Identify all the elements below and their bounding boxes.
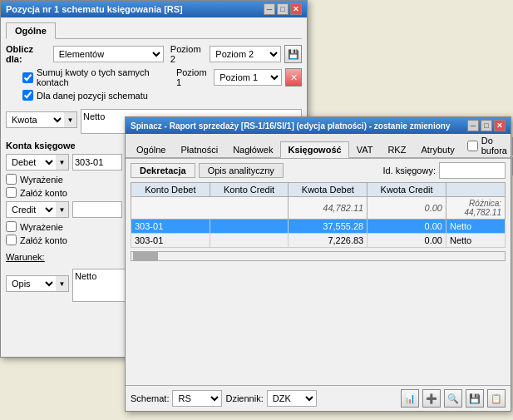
- id-ksiegowy-input[interactable]: [439, 162, 506, 179]
- sub-tabs: Dekretacja Opis analityczny: [131, 163, 285, 178]
- save-icon-btn[interactable]: 💾: [284, 45, 302, 63]
- checkbox-dla: Dla danej pozycji schematu: [22, 90, 302, 101]
- schemat-select[interactable]: RS: [172, 390, 222, 407]
- debet-wyrazenie-checkbox[interactable]: [6, 174, 17, 185]
- front-title-buttons: ─ □ ✕: [467, 120, 506, 131]
- back-window-title: Pozycja nr 1 schematu księgowania [RS]: [6, 4, 183, 14]
- col-extra: [446, 183, 505, 197]
- cell-konto-debet-1: 303-01: [131, 220, 210, 234]
- cell-konto-debet-2: 303-01: [131, 234, 210, 248]
- cell-konto-credit-1: [210, 220, 289, 234]
- tab-ogolne[interactable]: Ogólne: [6, 22, 56, 39]
- debet-dropdown-group: Debet ▼: [6, 154, 69, 170]
- opis-value: Netto: [75, 271, 96, 281]
- bottom-doc-btn[interactable]: 📋: [487, 389, 506, 408]
- horizontal-scrollbar[interactable]: [131, 251, 506, 261]
- cell-kwota-credit-2: 0.00: [367, 234, 446, 248]
- col-kwota-credit: Kwota Credit: [367, 183, 446, 197]
- table-body: 303-01 37,555.28 0.00 Netto 303-01 7,226…: [131, 220, 506, 248]
- sub-tab-dekretacja[interactable]: Dekretacja: [131, 163, 195, 178]
- cancel-icon-btn[interactable]: ✕: [285, 68, 302, 86]
- bottom-bar: Schemat: RS Dziennik: DZK 📊 ➕ 🔍 💾 📋: [126, 385, 511, 411]
- front-content: Dekretacja Opis analityczny Id. księgowy…: [126, 159, 511, 286]
- cell-opis-1: Netto: [446, 220, 505, 234]
- col-kwota-debet: Kwota Debet: [289, 183, 367, 197]
- summary-row: 44,782.11 0.00 Różnica: 44,782.11: [131, 197, 506, 220]
- kwota-dropdown-group: Kwota ▼: [6, 111, 77, 128]
- debet-wyrazenie-label: Wyrażenie: [20, 175, 63, 185]
- checkbox-sumuj: Sumuj kwoty o tych samych kontach Poziom…: [22, 67, 302, 87]
- debet-input[interactable]: [72, 154, 122, 170]
- tab-atrybuty[interactable]: Atrybuty: [413, 141, 461, 157]
- table-header: Konto Debet Konto Credit Kwota Debet Kwo…: [131, 183, 506, 220]
- poziom1-label: Poziom 1: [176, 67, 210, 87]
- sub-tab-row: Dekretacja Opis analityczny Id. księgowy…: [131, 162, 506, 179]
- table-row[interactable]: 303-01 7,226.83 0.00 Netto: [131, 234, 506, 248]
- credit-zalog-checkbox[interactable]: [6, 235, 17, 245]
- summary-kwota-credit: 0.00: [367, 197, 446, 220]
- credit-arrow[interactable]: ▼: [56, 201, 69, 218]
- maximize-button[interactable]: □: [277, 3, 289, 15]
- front-tab-area: Ogólne Płatności Nagłówek Księgowość VAT…: [126, 134, 511, 159]
- front-tab-strip: Ogólne Płatności Nagłówek Księgowość VAT…: [126, 134, 511, 158]
- poziom2-select[interactable]: Poziom 2: [210, 46, 281, 62]
- tab-rkz[interactable]: RKZ: [380, 141, 413, 157]
- minimize-button[interactable]: ─: [264, 3, 275, 15]
- credit-zalog-label: Załóż konto: [20, 235, 67, 245]
- summary-kwota-debet: 44,782.11: [289, 197, 367, 220]
- debet-zalog-label: Załóż konto: [20, 188, 67, 198]
- table-row[interactable]: 303-01 37,555.28 0.00 Netto: [131, 220, 506, 234]
- credit-wyrazenie-checkbox[interactable]: [6, 221, 17, 232]
- kwota-select[interactable]: Kwota: [6, 111, 64, 128]
- dziennik-select[interactable]: DZK: [267, 390, 317, 407]
- tab-platnosci[interactable]: Płatności: [173, 141, 225, 157]
- bottom-chart-btn[interactable]: 📊: [401, 389, 419, 408]
- debet-zalog-checkbox[interactable]: [6, 187, 17, 198]
- col-konto-debet: Konto Debet: [131, 183, 210, 197]
- tab-ksiegowosc[interactable]: Księgowość: [280, 141, 348, 158]
- tab-naglowek[interactable]: Nagłówek: [225, 141, 280, 157]
- poziom1-select[interactable]: Poziom 1: [214, 69, 282, 86]
- front-title-bar: Spinacz - Raport sprzedaży [RS-1/16/SI/1…: [126, 117, 511, 134]
- credit-wyrazenie-label: Wyrażenie: [20, 222, 63, 232]
- id-ksiegowy-row: Id. księgowy:: [382, 162, 506, 179]
- bottom-save-btn[interactable]: 💾: [466, 389, 484, 408]
- do-bufora-container: Do bufora: [462, 134, 512, 157]
- do-bufora-label: Do bufora: [481, 136, 507, 156]
- debet-select[interactable]: Debet: [6, 154, 56, 170]
- tab-ogolne-front[interactable]: Ogólne: [129, 141, 173, 157]
- opis-select[interactable]: Opis: [6, 275, 56, 292]
- close-button[interactable]: ✕: [290, 3, 302, 15]
- do-bufora-checkbox[interactable]: [467, 141, 478, 151]
- checkbox-dla-label: Dla danej pozycji schematu: [37, 91, 148, 101]
- checkbox-sumuj-label: Sumuj kwoty o tych samych kontach: [37, 67, 170, 87]
- dziennik-label: Dziennik:: [225, 393, 263, 403]
- checkbox-sumuj-input[interactable]: [22, 72, 33, 83]
- cell-kwota-debet-1: 37,555.28: [289, 220, 367, 234]
- kwota-value: Netto: [83, 111, 105, 121]
- bottom-add-btn[interactable]: ➕: [422, 389, 441, 408]
- credit-input[interactable]: [72, 201, 122, 218]
- oblicz-dla-label: Oblicz dla:: [6, 44, 50, 64]
- oblicz-dla-select[interactable]: Elementów: [53, 46, 164, 62]
- cell-opis-2: Netto: [446, 234, 505, 248]
- credit-select[interactable]: Credit: [6, 201, 56, 218]
- kwota-arrow[interactable]: ▼: [64, 111, 77, 128]
- front-window-title: Spinacz - Raport sprzedaży [RS-1/16/SI/1…: [131, 121, 451, 131]
- front-close[interactable]: ✕: [494, 120, 506, 131]
- opis-dropdown-group: Opis ▼: [6, 275, 69, 292]
- tab-vat[interactable]: VAT: [349, 141, 381, 157]
- data-table: Konto Debet Konto Credit Kwota Debet Kwo…: [131, 182, 506, 248]
- schemat-label: Schemat:: [131, 393, 169, 403]
- front-window: Spinacz - Raport sprzedaży [RS-1/16/SI/1…: [125, 116, 511, 412]
- checkbox-dla-input[interactable]: [22, 90, 33, 101]
- front-maximize[interactable]: □: [481, 120, 492, 131]
- debet-arrow[interactable]: ▼: [56, 154, 69, 170]
- back-window-title-bar: Pozycja nr 1 schematu księgowania [RS] ─…: [1, 1, 307, 17]
- scrollbar-thumb: [133, 252, 158, 260]
- opis-arrow[interactable]: ▼: [56, 275, 69, 292]
- bottom-search-btn[interactable]: 🔍: [444, 389, 462, 408]
- sub-tab-opis[interactable]: Opis analityczny: [199, 163, 284, 178]
- front-minimize[interactable]: ─: [467, 120, 479, 131]
- cell-konto-credit-2: [210, 234, 289, 248]
